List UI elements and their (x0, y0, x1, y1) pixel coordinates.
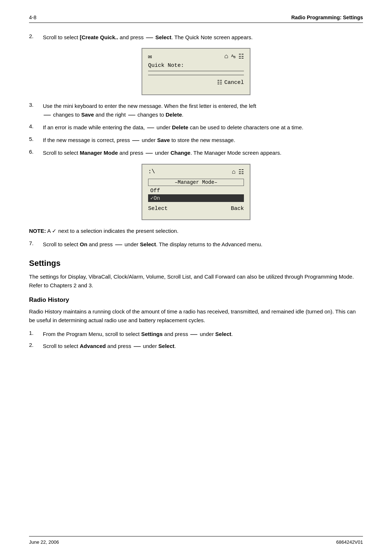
on-label-7: On (80, 241, 87, 247)
screen-line-2 (148, 75, 244, 75)
top-bar: 4-8 Radio Programming: Settings (29, 15, 363, 23)
bottom-bar: June 22, 2006 6864242V01 (29, 536, 363, 545)
screen-top-icons: ✉ ⌂ AB ☷ (148, 52, 244, 60)
footer-menu-icon: ☷ (217, 79, 222, 86)
settings-heading: Settings (29, 259, 363, 268)
step-4-text: If an error is made while entering the d… (43, 123, 363, 131)
rh-step-2-text: Scroll to select Advanced and press unde… (43, 342, 363, 350)
step-5: 5. If the new message is correct, press … (29, 136, 363, 144)
step-6-number: 6. (29, 149, 43, 157)
quick-note-screen: ✉ ⌂ AB ☷ Quick Note: ☷ Cancel (142, 48, 250, 95)
cancel-label: Cancel (224, 80, 244, 86)
manager-item-off: Off (148, 187, 244, 194)
manager-mode-screen: :\ ⌂ ☷ –Manager Mode– Off ✓On Select Bac… (142, 164, 250, 220)
step-5-number: 5. (29, 136, 43, 144)
step6-btn (146, 153, 153, 154)
ab-icon: AB (231, 54, 236, 59)
screen-footer: ☷ Cancel (148, 79, 244, 86)
home-icon: ⌂ (224, 53, 228, 60)
manager-mode-label: Manager Mode (80, 150, 118, 156)
step5-btn (132, 140, 139, 141)
rh-step-2-num: 2. (29, 342, 43, 350)
step3-btn-left (44, 115, 51, 116)
radio-history-body: Radio History maintains a running clock … (29, 307, 363, 325)
select-bold-1: Select (215, 331, 231, 337)
radio-history-heading: Radio History (29, 296, 363, 304)
advanced-bold: Advanced (80, 343, 106, 349)
quick-note-title: Quick Note: (148, 62, 244, 69)
save-label-5: Save (157, 137, 170, 143)
note-text: A ✓ next to a selection indicates the pr… (47, 228, 179, 234)
step-6: 6. Scroll to select Manager Mode and pre… (29, 149, 363, 157)
select-label-7: Select (140, 241, 156, 247)
radio-history-step-2: 2. Scroll to select Advanced and press u… (29, 342, 363, 350)
manager-home-icon: ⌂ (232, 169, 236, 175)
radio-history-step-1: 1. From the Program Menu, scroll to sele… (29, 330, 363, 338)
step-3-number: 3. (29, 102, 43, 119)
rh-step-1-num: 1. (29, 330, 43, 338)
delete-label-3: Delete (166, 112, 182, 118)
delete-label-4: Delete (172, 124, 188, 130)
note-label: NOTE: (29, 228, 46, 234)
screen-line-1 (148, 71, 244, 71)
step7-btn (115, 244, 122, 245)
footer-doc-number: 6864242V01 (336, 539, 363, 545)
header-title-normal: : Settings (340, 15, 363, 20)
manager-title: –Manager Mode– (148, 179, 244, 186)
page: 4-8 Radio Programming: Settings 2. Scrol… (0, 0, 392, 555)
envelope-icon: ✉ (148, 52, 152, 60)
step-7: 7. Scroll to select On and press under S… (29, 240, 363, 248)
settings-body: The settings for Display, VibraCall, Clo… (29, 272, 363, 290)
note-block: NOTE: A ✓ next to a selection indicates … (29, 227, 363, 235)
select-bold-2: Select (158, 343, 174, 349)
select-button-icon (146, 37, 153, 38)
manager-footer: Select Back (148, 206, 244, 212)
step-3: 3. Use the mini keyboard to enter the ne… (29, 102, 363, 119)
step-7-text: Scroll to select On and press under Sele… (43, 240, 363, 248)
step3-btn-right (128, 115, 135, 116)
create-quick-label: [Create Quick.. (80, 34, 118, 40)
header-title: Radio Programming: Settings (291, 15, 363, 20)
step-7-number: 7. (29, 240, 43, 248)
rh-step1-btn (190, 334, 197, 335)
menu-icon: ☷ (238, 53, 244, 60)
settings-bold-1: Settings (141, 331, 163, 337)
radio-history-steps: 1. From the Program Menu, scroll to sele… (29, 330, 363, 351)
manager-screen-container: :\ ⌂ ☷ –Manager Mode– Off ✓On Select Bac… (29, 164, 363, 220)
manager-back-label: Back (231, 206, 244, 212)
select-label: Select (155, 34, 171, 40)
manager-item-on: ✓On (148, 194, 244, 202)
rh-step-1-text: From the Program Menu, scroll to select … (43, 330, 363, 338)
step-2-number: 2. (29, 33, 43, 41)
manager-select-label: Select (148, 206, 168, 212)
page-number: 4-8 (29, 15, 36, 20)
manager-menu-icon: ☷ (238, 168, 244, 176)
quick-note-screen-container: ✉ ⌂ AB ☷ Quick Note: ☷ Cancel (29, 48, 363, 95)
save-label-3: Save (81, 112, 94, 118)
step-2-text: Scroll to select [Create Quick.. and pre… (43, 33, 363, 41)
step-3-text: Use the mini keyboard to enter the new m… (43, 102, 363, 119)
step-2: 2. Scroll to select [Create Quick.. and … (29, 33, 363, 41)
step4-btn (147, 127, 154, 128)
step-4-number: 4. (29, 123, 43, 131)
header-title-bold: Radio Programming (291, 15, 340, 20)
step-4: 4. If an error is made while entering th… (29, 123, 363, 131)
manager-screen-top: :\ ⌂ ☷ (148, 168, 244, 176)
rh-step2-btn (134, 346, 141, 347)
manager-top-icon: :\ (148, 169, 155, 175)
footer-date: June 22, 2006 (29, 539, 59, 545)
change-label: Change (171, 150, 191, 156)
step-5-text: If the new message is correct, press und… (43, 136, 363, 144)
step-6-text: Scroll to select Manager Mode and press … (43, 149, 363, 157)
